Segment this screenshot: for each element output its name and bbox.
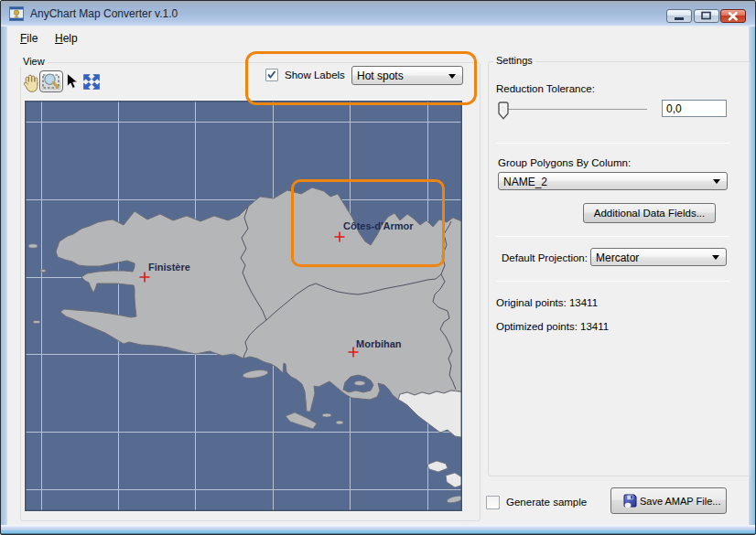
svg-text:Morbihan: Morbihan <box>356 338 402 349</box>
svg-text:Finistère: Finistère <box>148 262 190 273</box>
